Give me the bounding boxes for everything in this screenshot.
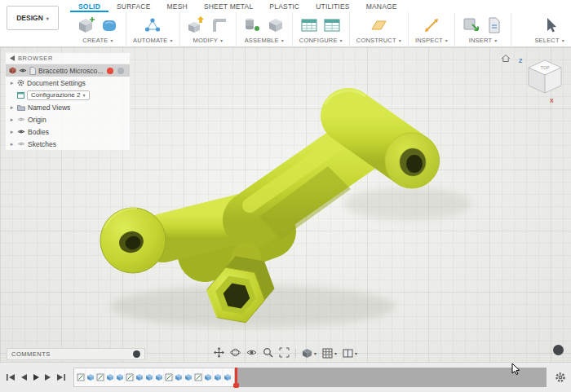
orbit-button[interactable] <box>230 346 241 361</box>
timeline-feature-strip[interactable] <box>73 368 235 387</box>
eye-icon[interactable] <box>17 129 25 134</box>
construct-dropdown[interactable]: CONSTRUCT▾ <box>356 37 401 44</box>
timeline-position-marker[interactable] <box>235 368 237 387</box>
configuration-table-icon <box>17 92 24 99</box>
timeline-feature-extrude-icon[interactable] <box>86 369 95 385</box>
press-pull-button[interactable] <box>187 15 206 35</box>
new-component-button[interactable] <box>77 15 96 35</box>
timeline-feature-extrude-icon[interactable] <box>105 369 115 385</box>
timeline-feature-extrude-icon[interactable] <box>174 369 184 385</box>
assistant-button[interactable] <box>553 345 564 355</box>
browser-row-sketches[interactable]: ▸ Sketches <box>6 138 130 150</box>
table-icon <box>322 15 342 35</box>
eye-icon[interactable] <box>19 68 27 73</box>
display-settings-button[interactable]: ▾ <box>302 348 316 359</box>
play-button[interactable] <box>31 369 41 385</box>
insert-derive-button[interactable] <box>485 15 504 35</box>
assemble-dropdown[interactable]: ASSEMBLE▾ <box>245 37 284 44</box>
timeline-settings-button[interactable] <box>555 372 566 383</box>
timeline-feature-sketch-icon[interactable] <box>193 369 203 385</box>
insert-button[interactable] <box>462 15 481 35</box>
browser-row-document-settings[interactable]: ▸ Document Settings <box>6 77 130 89</box>
modify-dropdown[interactable]: MODIFY▾ <box>193 37 224 44</box>
joint-button[interactable] <box>243 15 263 35</box>
inspect-dropdown[interactable]: INSPECT▾ <box>415 37 448 44</box>
ribbon: DESIGN ▾ SOLID SURFACE MESH SHEET METAL … <box>0 0 571 47</box>
look-at-button[interactable] <box>246 346 257 361</box>
disclosure-icon[interactable]: ▸ <box>9 141 15 148</box>
browser-row-origin[interactable]: ▸ Origin <box>6 113 130 126</box>
disclosure-icon[interactable]: ▸ <box>9 129 15 135</box>
step-back-icon <box>20 373 28 381</box>
comment-indicator-icon[interactable] <box>133 350 140 358</box>
browser-row-document[interactable]: Braccetto Microsco... <box>6 64 130 77</box>
configure-dropdown[interactable]: CONFIGURE▾ <box>299 37 343 44</box>
eye-icon[interactable] <box>17 141 25 147</box>
view-cube[interactable]: TOP Z X <box>499 52 564 108</box>
timeline-feature-sketch-icon[interactable] <box>76 369 86 385</box>
named-configuration-button[interactable] <box>322 15 342 35</box>
fillet-button[interactable] <box>210 15 229 35</box>
gear-icon <box>555 372 566 383</box>
insert-dropdown[interactable]: INSERT▾ <box>469 37 498 44</box>
grid-and-snaps-button[interactable]: ▾ <box>322 348 337 359</box>
disclosure-icon[interactable]: ▸ <box>9 104 15 111</box>
assemble-component-button[interactable] <box>266 15 286 35</box>
tab-mesh[interactable]: MESH <box>159 0 196 12</box>
create-form-button[interactable] <box>100 15 119 35</box>
tab-utilities[interactable]: UTILITIES <box>308 0 357 12</box>
select-button[interactable] <box>540 15 560 35</box>
timeline-feature-extrude-icon[interactable] <box>203 369 213 385</box>
timeline-track[interactable] <box>237 368 547 387</box>
select-dropdown[interactable]: SELECT▾ <box>534 37 564 44</box>
step-forward-button[interactable] <box>43 369 53 385</box>
configuration-table-button[interactable] <box>299 15 319 35</box>
timeline-feature-extrude-icon[interactable] <box>154 369 164 385</box>
timeline-feature-extrude-icon[interactable] <box>135 369 144 385</box>
axis-x-label: X <box>550 98 554 104</box>
timeline-feature-extrude-icon[interactable] <box>213 369 223 385</box>
viewports-button[interactable]: ▾ <box>343 348 357 359</box>
home-view-icon[interactable] <box>502 55 510 62</box>
sync-badge[interactable] <box>117 68 124 74</box>
configuration-select[interactable]: Configurazione 2 ▾ <box>27 90 90 100</box>
go-to-end-button[interactable] <box>55 369 67 385</box>
automation-network-icon <box>143 15 162 35</box>
timeline-feature-extrude-icon[interactable] <box>144 369 154 385</box>
comments-panel[interactable]: COMMENTS <box>7 348 145 360</box>
eye-icon[interactable] <box>17 117 25 122</box>
timeline-feature-sketch-icon[interactable] <box>164 369 174 385</box>
timeline-feature-extrude-icon[interactable] <box>223 369 232 385</box>
fit-button[interactable] <box>279 346 290 361</box>
browser-header[interactable]: BROWSER <box>6 53 130 64</box>
viewport-3d[interactable]: BROWSER Braccetto Microsco... ▸ Document… <box>0 47 571 362</box>
box-icon <box>266 15 286 35</box>
tab-sheet-metal[interactable]: SHEET METAL <box>196 0 261 12</box>
tab-manage[interactable]: MANAGE <box>358 0 405 12</box>
browser-row-bodies[interactable]: ▸ Bodies <box>6 126 130 138</box>
automate-dropdown[interactable]: AUTOMATE▾ <box>133 37 173 44</box>
issue-badge[interactable] <box>107 68 113 74</box>
go-to-start-button[interactable] <box>5 369 16 385</box>
timeline-feature-extrude-icon[interactable] <box>115 369 125 385</box>
viewcube-top-label[interactable]: TOP <box>540 65 550 70</box>
tab-plastic[interactable]: PLASTIC <box>261 0 308 12</box>
tab-solid[interactable]: SOLID <box>70 0 108 12</box>
disclosure-icon[interactable]: ▸ <box>9 80 15 86</box>
construct-plane-button[interactable] <box>369 15 388 35</box>
automate-button[interactable] <box>143 15 162 35</box>
browser-row-named-views[interactable]: ▸ Named Views <box>6 101 130 113</box>
tab-surface[interactable]: SURFACE <box>108 0 159 12</box>
fusion-window: { "ribbon": { "design_label": "DESIGN", … <box>0 0 571 392</box>
timeline-feature-sketch-icon[interactable] <box>125 369 135 385</box>
timeline-feature-extrude-icon[interactable] <box>184 369 193 385</box>
timeline-feature-sketch-icon[interactable] <box>95 369 105 385</box>
zoom-button[interactable] <box>263 346 273 361</box>
step-back-button[interactable] <box>19 369 29 385</box>
measure-button[interactable] <box>422 15 441 35</box>
chevron-down-icon: ▾ <box>494 37 497 43</box>
pan-button[interactable] <box>214 346 224 361</box>
design-menu-button[interactable]: DESIGN ▾ <box>7 6 59 30</box>
disclosure-icon[interactable]: ▸ <box>9 117 15 123</box>
create-dropdown[interactable]: CREATE▾ <box>82 37 113 44</box>
